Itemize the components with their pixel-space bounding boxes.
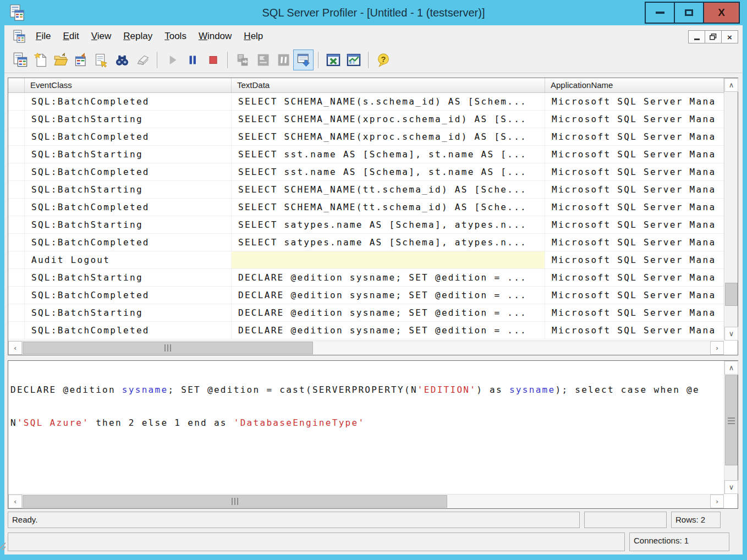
clear-trace-button[interactable]: [132, 50, 152, 70]
auto-scroll-button[interactable]: [293, 50, 314, 70]
table-row[interactable]: Audit LogoutMicrosoft SQL Server Mana: [8, 251, 724, 269]
row-selector-header[interactable]: [8, 78, 25, 92]
scroll-down-button[interactable]: ∨: [724, 327, 738, 341]
excel-grid-icon: [326, 52, 341, 68]
execute-one-step-button[interactable]: [232, 50, 252, 70]
new-file-button[interactable]: [30, 50, 51, 70]
table-row[interactable]: SQL:BatchStartingDECLARE @edition sysnam…: [8, 304, 724, 322]
event-class-cell: SQL:BatchCompleted: [25, 128, 232, 145]
sql-token: N: [10, 418, 17, 428]
mdi-close-icon: ×: [727, 32, 732, 42]
table-row[interactable]: SQL:BatchStartingSELECT sst.name AS [Sch…: [8, 146, 724, 163]
find-button[interactable]: [112, 50, 132, 70]
execute-step-icon: [235, 52, 250, 68]
scrollbar-thumb[interactable]: [725, 375, 738, 465]
event-class-cell: SQL:BatchStarting: [25, 216, 232, 233]
mdi-minimize-button[interactable]: [688, 30, 705, 43]
scroll-left-button[interactable]: ‹: [8, 495, 22, 508]
new-file-icon: [33, 52, 48, 68]
table-row[interactable]: SQL:BatchCompletedSELECT sst.name AS [Sc…: [8, 163, 724, 181]
column-header-textdata[interactable]: TextData: [232, 78, 545, 92]
scroll-right-button[interactable]: ›: [710, 495, 724, 508]
textpane-vertical-scrollbar[interactable]: ∧ ∨: [724, 361, 738, 494]
scrollbar-thumb[interactable]: [23, 495, 447, 508]
trace-properties-button[interactable]: [91, 50, 112, 70]
application-name-cell: Microsoft SQL Server Mana: [545, 251, 724, 268]
sql-token: sysname: [122, 385, 168, 395]
sql-token: then 2 else 1 end as: [89, 418, 234, 428]
open-trace-button[interactable]: [51, 50, 71, 70]
event-class-cell: SQL:BatchCompleted: [25, 234, 232, 251]
menu-window[interactable]: Window: [193, 28, 238, 45]
event-class-cell: SQL:BatchCompleted: [25, 199, 232, 216]
table-row[interactable]: SQL:BatchCompletedSELECT SCHEMA_NAME(tt.…: [8, 199, 724, 216]
text-data-cell: [232, 251, 545, 268]
table-row[interactable]: SQL:BatchCompletedDECLARE @edition sysna…: [8, 322, 724, 339]
sql-token: ; SET @edition = cast(SERVERPROPERTY(N: [168, 385, 417, 395]
toolbar-separator: [368, 52, 369, 68]
performance-analysis-button[interactable]: [343, 50, 364, 70]
table-row[interactable]: SQL:BatchStartingSELECT SCHEMA_NAME(xpro…: [8, 111, 724, 128]
column-header-applicationname[interactable]: ApplicationName: [545, 78, 724, 92]
trace-grid: EventClass TextData ApplicationName SQL:…: [8, 78, 738, 355]
table-row[interactable]: SQL:BatchCompletedSELECT SCHEMA_NAME(xpr…: [8, 128, 724, 146]
grid-vertical-scrollbar[interactable]: ∧ ∨: [724, 78, 738, 341]
sql-token: 'SQL Azure': [17, 418, 89, 428]
grid-header: EventClass TextData ApplicationName: [8, 78, 724, 93]
resize-grip[interactable]: [0, 541, 6, 550]
menu-help[interactable]: Help: [238, 28, 269, 45]
new-trace-button[interactable]: [10, 50, 30, 70]
scroll-left-button[interactable]: ‹: [8, 341, 22, 355]
table-row[interactable]: SQL:BatchCompletedSELECT SCHEMA_NAME(s.s…: [8, 93, 724, 111]
menu-tools[interactable]: Tools: [158, 28, 193, 45]
play-icon: [165, 53, 179, 67]
status-message: Ready.: [8, 512, 580, 528]
text-data-cell: DECLARE @edition sysname; SET @edition =…: [232, 304, 545, 321]
status-main-panel: [8, 532, 625, 551]
text-data-cell: SELECT sst.name AS [Schema], st.name AS …: [232, 163, 545, 180]
window-controls: X: [646, 2, 740, 24]
application-name-cell: Microsoft SQL Server Mana: [545, 287, 724, 304]
textpane-horizontal-scrollbar[interactable]: ‹ ›: [8, 494, 724, 508]
properties-icon: [94, 52, 109, 68]
column-header-eventclass[interactable]: EventClass: [25, 78, 232, 92]
table-row[interactable]: SQL:BatchCompletedSELECT satypes.name AS…: [8, 234, 724, 251]
table-row[interactable]: SQL:BatchStartingDECLARE @edition sysnam…: [8, 269, 724, 287]
stop-trace-button[interactable]: [202, 50, 223, 70]
pause-trace-button[interactable]: [182, 50, 202, 70]
mdi-close-button[interactable]: ×: [721, 30, 738, 43]
scroll-down-button[interactable]: ∨: [724, 480, 738, 494]
menu-replay[interactable]: Replay: [117, 28, 158, 45]
app-icon: [10, 4, 24, 21]
text-data-cell: SELECT SCHEMA_NAME(xproc.schema_id) AS […: [232, 128, 545, 145]
table-row[interactable]: SQL:BatchStartingSELECT satypes.name AS …: [8, 216, 724, 234]
sql-text-area[interactable]: DECLARE @edition sysname; SET @edition =…: [8, 361, 723, 494]
event-class-cell: Audit Logout: [25, 251, 232, 268]
scrollbar-thumb[interactable]: [725, 283, 738, 306]
menu-file[interactable]: File: [30, 28, 57, 45]
extract-event-data-button[interactable]: [323, 50, 343, 70]
find-icon: [114, 52, 130, 68]
text-data-cell: DECLARE @edition sysname; SET @edition =…: [232, 287, 545, 304]
table-row[interactable]: SQL:BatchStartingSELECT SCHEMA_NAME(tt.s…: [8, 181, 724, 199]
start-replay-button[interactable]: [162, 50, 182, 70]
close-button[interactable]: X: [703, 2, 740, 24]
table-row[interactable]: SQL:BatchCompletedDECLARE @edition sysna…: [8, 287, 724, 304]
scroll-up-button[interactable]: ∧: [724, 361, 738, 375]
scrollbar-thumb[interactable]: [23, 342, 313, 354]
sql-token: DECLARE @edition: [10, 385, 122, 395]
help-button[interactable]: ?: [373, 50, 393, 70]
toggle-breakpoint-button[interactable]: [273, 50, 293, 70]
scroll-up-button[interactable]: ∧: [724, 78, 738, 92]
application-name-cell: Microsoft SQL Server Mana: [545, 163, 724, 180]
scroll-right-button[interactable]: ›: [710, 341, 724, 355]
save-trace-button[interactable]: [71, 50, 91, 70]
menu-view[interactable]: View: [85, 28, 118, 45]
minimize-button[interactable]: [645, 2, 675, 24]
run-to-cursor-button[interactable]: [252, 50, 273, 70]
mdi-restore-button[interactable]: [705, 30, 722, 43]
text-data-cell: SELECT SCHEMA_NAME(xproc.schema_id) AS […: [232, 111, 545, 128]
grid-horizontal-scrollbar[interactable]: ‹ ›: [8, 341, 724, 355]
maximize-button[interactable]: [674, 2, 704, 24]
menu-edit[interactable]: Edit: [57, 28, 85, 45]
